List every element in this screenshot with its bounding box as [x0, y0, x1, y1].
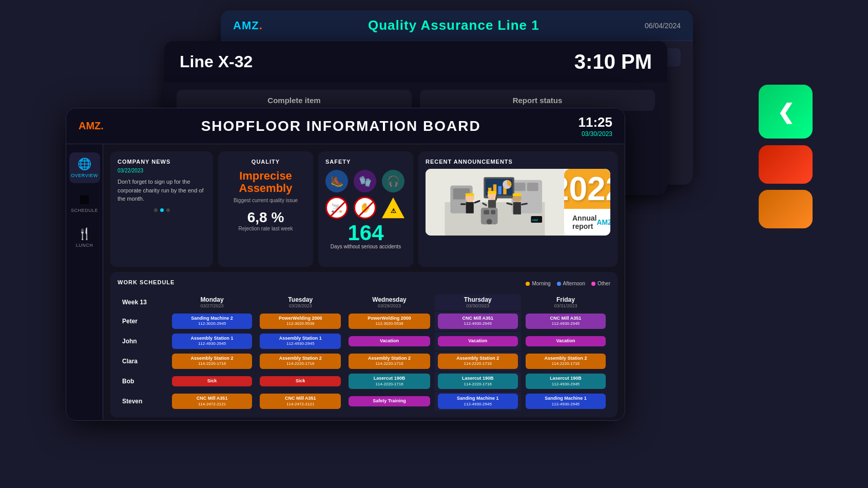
forklift-warning-icon: ⚠	[382, 197, 404, 219]
john-wed: Vacation	[349, 336, 430, 346]
main-content: COMPANY NEWS 03/22/2023 Don't forget to …	[103, 144, 625, 421]
john-fri: Vacation	[526, 336, 606, 346]
clara-fri: Assembly Station 2114-2220-1716	[526, 354, 606, 369]
clara-tue: Assembly Station 2114-2220-1716	[260, 354, 341, 369]
qa-title: Quality Assurance Line 1	[368, 17, 539, 33]
row-john: John Assembly Station 1112-4930-2945 Ass…	[119, 332, 609, 350]
nav-lunch-label: LUNCH	[76, 243, 93, 248]
svg-rect-29	[484, 210, 489, 214]
bob-tue: Sick	[260, 376, 341, 386]
btn-red[interactable]	[759, 145, 813, 184]
overview-icon: 🌐	[78, 158, 91, 171]
card-news: COMPANY NEWS 03/22/2023 Don't forget to …	[110, 151, 213, 267]
nav-overview[interactable]: 🌐 OVERVIEW	[69, 152, 100, 183]
nav-overview-label: OVERVIEW	[71, 173, 98, 178]
card-safety: SAFETY 🥾 🧤 🎧 🚬 ✋	[318, 151, 413, 267]
announcement-image: AMZ 2022 Annual report	[426, 169, 610, 236]
thursday-header: Thursday 03/30/2023	[435, 294, 521, 310]
card-schedule: WORK SCHEDULE Morning Afternoon	[110, 272, 618, 417]
card-announcements: RECENT ANNOUNCEMENTS	[418, 151, 618, 267]
dot-2	[160, 208, 164, 212]
workers-svg: AMZ	[426, 169, 564, 236]
clara-mon: Assembly Station 2114-2220-1716	[172, 354, 252, 369]
steven-thu: Sanding Machine 1112-4930-2945	[438, 394, 518, 409]
friday-header: Friday 03/31/2023	[523, 294, 609, 310]
row-peter: Peter Sanding Machine 2112-3020-2945 Pow…	[119, 312, 609, 330]
quality-title: QUALITY	[225, 159, 306, 165]
card-quality: QUALITY Imprecise Assembly Biggest curre…	[218, 151, 313, 267]
ar-card-bottom: Annual report AMZ.	[564, 209, 610, 236]
clara-name: Clara	[119, 352, 167, 370]
peter-wed: PowerWelding 2000112-3020-5538	[349, 314, 430, 329]
main-body: 🌐 OVERVIEW ▦ SCHEDULE 🍴 LUNCH	[66, 144, 625, 421]
steven-mon: CNC Mill A351114-2472-2121	[172, 394, 252, 409]
line-header: Line X-32 3:10 PM	[164, 41, 667, 83]
peter-mon: Sanding Machine 2112-3020-2945	[172, 314, 252, 329]
no-hand-icon: ✋	[354, 197, 376, 219]
clara-wed: Assembly Station 2114-2220-1716	[349, 354, 430, 369]
legend-morning: Morning	[526, 281, 550, 286]
main-date: 03/30/2023	[578, 130, 613, 138]
other-dot	[591, 282, 595, 286]
board-title: SHOPFLOOR INFORMATION BOARD	[201, 118, 481, 134]
qa-header: AMZ. Quality Assurance Line 1 06/04/2024	[221, 10, 693, 41]
john-mon: Assembly Station 1112-4930-2945	[172, 334, 252, 349]
clara-thu: Assembly Station 2114-2220-1716	[438, 354, 518, 369]
legend-other: Other	[591, 281, 610, 286]
steven-fri: Sanding Machine 1112-4930-2945	[526, 394, 606, 409]
btn-orange[interactable]	[759, 190, 813, 228]
quality-rate-label: Rejection rate last week	[225, 226, 306, 231]
wednesday-header: Wednesday 03/29/2023	[345, 294, 433, 310]
quality-rate: 6,8 %	[225, 209, 306, 226]
safety-title: SAFETY	[325, 159, 406, 165]
workers-illustration: AMZ	[426, 169, 564, 236]
ar-logo: AMZ.	[596, 218, 610, 226]
nav-schedule[interactable]: ▦ SCHEDULE	[69, 187, 100, 218]
sidebar: 🌐 OVERVIEW ▦ SCHEDULE 🍴 LUNCH	[66, 144, 103, 421]
line-time: 3:10 PM	[574, 50, 652, 73]
safety-glove-icon: 🧤	[354, 170, 376, 192]
lunch-icon: 🍴	[78, 227, 91, 241]
john-thu: Vacation	[438, 336, 518, 346]
nav-schedule-label: SCHEDULE	[71, 208, 98, 213]
shopfloor-board: AMZ. SHOPFLOOR INFORMATION BOARD 11:25 0…	[66, 108, 625, 421]
peter-tue: PowerWelding 2000112-3020-5538	[260, 314, 341, 329]
steven-tue: CNC Mill A351114-2472-2121	[260, 394, 341, 409]
ar-label: Annual report	[572, 214, 596, 230]
bob-mon: Sick	[172, 376, 252, 386]
schedule-legend: Morning Afternoon Other	[526, 281, 610, 286]
dot-3	[166, 208, 170, 212]
nav-lunch[interactable]: 🍴 LUNCH	[69, 222, 100, 253]
bob-thu: Lasercut 190B114-2220-1716	[438, 374, 518, 389]
safety-days-label: Days without serious accidents	[325, 244, 406, 249]
legend-afternoon: Afternoon	[557, 281, 585, 286]
time-block: 11:25 03/30/2023	[578, 114, 613, 138]
morning-dot	[526, 282, 530, 286]
bob-wed: Lasercut 190B114-2220-1716	[349, 374, 430, 389]
line-title: Line X-32	[180, 52, 253, 71]
svg-rect-5	[527, 183, 538, 191]
no-smoking-icon: 🚬	[325, 197, 348, 219]
news-date: 03/22/2023	[118, 168, 206, 173]
ar-year: 2022	[564, 170, 610, 208]
ar-card-top: 2022	[564, 169, 610, 209]
news-title: COMPANY NEWS	[118, 159, 206, 165]
svg-rect-25	[513, 202, 521, 214]
tuesday-header: Tuesday 03/28/2023	[257, 294, 344, 310]
schedule-title: WORK SCHEDULE	[118, 279, 175, 285]
svg-rect-4	[514, 183, 526, 191]
schedule-header: WORK SCHEDULE Morning Afternoon	[118, 279, 610, 288]
bob-fri: Lasercut 190B112-4930-2945	[526, 374, 606, 389]
row-clara: Clara Assembly Station 2114-2220-1716 As…	[119, 352, 609, 370]
news-text: Don't forget to sign up for the corporat…	[118, 178, 206, 203]
svg-point-31	[487, 219, 492, 225]
peter-thu: CNC Mill A351112-4930-2945	[438, 314, 518, 329]
top-row: COMPANY NEWS 03/22/2023 Don't forget to …	[110, 151, 618, 267]
safety-days: 164	[325, 222, 406, 244]
scene: AMZ. Quality Assurance Line 1 06/04/2024…	[0, 0, 868, 488]
svg-rect-14	[466, 193, 474, 196]
steven-name: Steven	[119, 392, 167, 411]
monday-header: Monday 03/27/2023	[169, 294, 255, 310]
schedule-header-row: Week 13 Monday 03/27/2023 Tuesday 03/28/…	[119, 294, 609, 310]
btn-green[interactable]	[759, 85, 813, 139]
